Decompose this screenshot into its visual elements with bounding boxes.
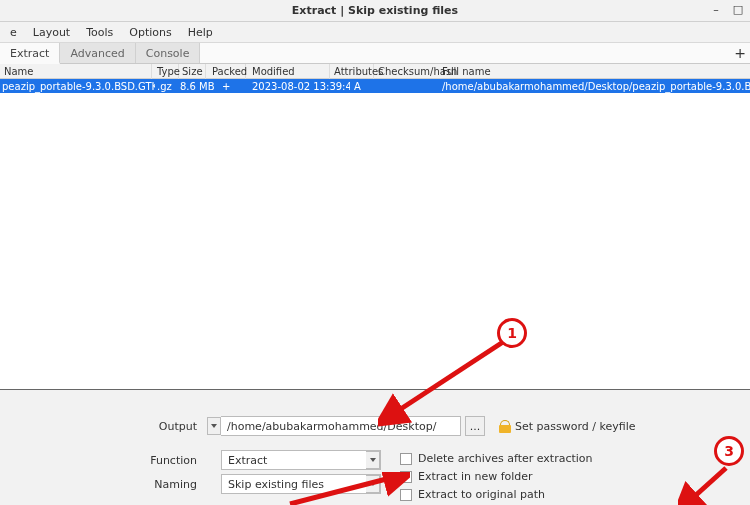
lock-icon: [499, 420, 511, 433]
menu-file[interactable]: e: [4, 24, 23, 41]
naming-row: Naming Skip existing files: [135, 474, 381, 494]
output-row: Output /home/abubakarmohammed/Desktop/ .…: [135, 416, 636, 436]
tab-console[interactable]: Console: [136, 43, 201, 63]
cell-name: peazip_portable-9.3.0.BSD.GTK2.x86_(: [0, 79, 155, 93]
menu-options[interactable]: Options: [123, 24, 177, 41]
delete-archives-label: Delete archives after extraction: [418, 452, 593, 465]
col-size[interactable]: Size: [180, 64, 206, 79]
col-modified[interactable]: Modified: [250, 64, 330, 79]
extract-original-path-label: Extract to original path: [418, 488, 545, 501]
chevron-down-icon: [211, 424, 217, 428]
function-row: Function Extract: [135, 450, 381, 470]
extract-new-folder-label: Extract in new folder: [418, 470, 533, 483]
function-value: Extract: [222, 454, 273, 467]
menu-help[interactable]: Help: [182, 24, 219, 41]
col-fullname[interactable]: Full name: [440, 64, 740, 79]
title-bar: Extract | Skip existing files – □: [0, 0, 750, 22]
output-label: Output: [135, 420, 197, 433]
chevron-down-icon: [370, 482, 376, 486]
output-dropdown-button[interactable]: [207, 417, 221, 435]
cell-packed: +: [220, 79, 248, 93]
browse-output-button[interactable]: ...: [465, 416, 485, 436]
delete-archives-checkbox[interactable]: [400, 453, 412, 465]
cell-size: 8.6 MB: [178, 79, 220, 93]
col-name[interactable]: Name: [2, 64, 152, 79]
set-password-link[interactable]: Set password / keyfile: [499, 420, 636, 433]
menu-layout[interactable]: Layout: [27, 24, 76, 41]
menu-bar: e Layout Tools Options Help: [0, 22, 750, 42]
tab-extract[interactable]: Extract: [0, 43, 60, 64]
minimize-button[interactable]: –: [710, 3, 722, 16]
maximize-button[interactable]: □: [732, 3, 744, 16]
cell-type: .gz: [155, 79, 177, 93]
output-path-input[interactable]: /home/abubakarmohammed/Desktop/: [221, 416, 461, 436]
window-title: Extract | Skip existing files: [292, 4, 458, 17]
tab-advanced[interactable]: Advanced: [60, 43, 135, 63]
tab-strip: Extract Advanced Console +: [0, 42, 750, 64]
menu-tools[interactable]: Tools: [80, 24, 119, 41]
naming-value: Skip existing files: [222, 478, 330, 491]
naming-select[interactable]: Skip existing files: [221, 474, 381, 494]
function-select[interactable]: Extract: [221, 450, 381, 470]
extract-original-path-checkbox[interactable]: [400, 489, 412, 501]
set-password-label: Set password / keyfile: [515, 420, 636, 433]
extract-new-folder-checkbox[interactable]: [400, 471, 412, 483]
extract-original-path-row[interactable]: Extract to original path: [400, 488, 545, 501]
add-tab-button[interactable]: +: [734, 45, 746, 61]
extract-panel: Output /home/abubakarmohammed/Desktop/ .…: [0, 400, 750, 505]
cell-checksum: [376, 79, 438, 93]
naming-label: Naming: [135, 478, 197, 491]
file-list[interactable]: peazip_portable-9.3.0.BSD.GTK2.x86_( .gz…: [0, 79, 750, 389]
window-controls: – □: [710, 3, 744, 16]
extract-new-folder-row[interactable]: Extract in new folder: [400, 470, 533, 483]
col-type[interactable]: Type: [155, 64, 179, 79]
delete-archives-row[interactable]: Delete archives after extraction: [400, 452, 593, 465]
cell-attrs: A: [352, 79, 372, 93]
list-header: Name Type Size Packed Modified Attribute…: [0, 64, 750, 79]
annotation-3-badge: 3: [714, 436, 744, 466]
annotation-1-badge: 1: [497, 318, 527, 348]
list-row[interactable]: peazip_portable-9.3.0.BSD.GTK2.x86_( .gz…: [0, 79, 750, 93]
function-label: Function: [135, 454, 197, 467]
col-checksum[interactable]: Checksum/hash: [376, 64, 438, 79]
panel-divider: [0, 389, 750, 390]
cell-fullname: /home/abubakarmohammed/Desktop/peazip_po…: [440, 79, 750, 93]
chevron-down-icon: [370, 458, 376, 462]
col-attributes[interactable]: Attributes: [332, 64, 374, 79]
cell-modified: 2023-08-02 13:39:43: [250, 79, 350, 93]
col-packed[interactable]: Packed: [210, 64, 246, 79]
